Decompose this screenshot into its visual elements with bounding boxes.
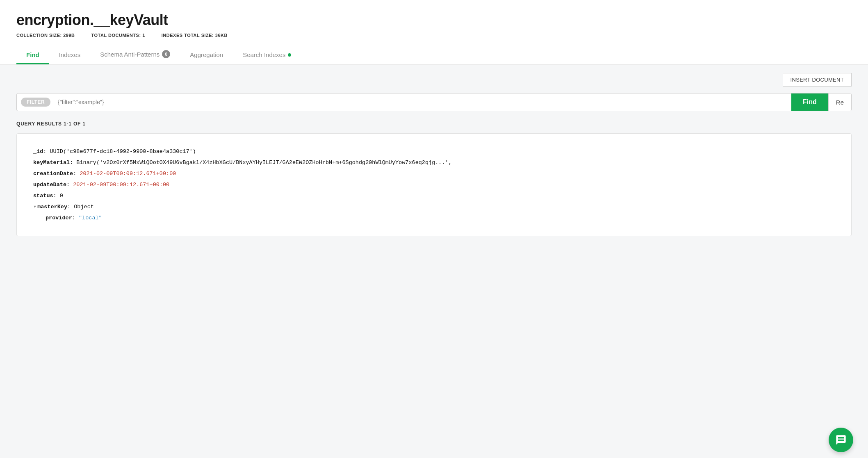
field-update-date: updateDate: 2021-02-09T00:09:12.671+00:0…: [33, 179, 835, 190]
query-results-text: QUERY RESULTS: [16, 121, 62, 127]
field-provider: provider: "local": [46, 212, 835, 223]
indexes-size-value: 36KB: [215, 33, 228, 38]
collection-size-label: COLLECTION SIZE:: [16, 33, 62, 38]
tab-search-indexes-label: Search Indexes: [243, 51, 285, 58]
search-indexes-dot: [288, 53, 291, 57]
toolbar-row: INSERT DOCUMENT: [16, 73, 852, 87]
field-provider-value: "local": [79, 215, 102, 221]
field-id-value: UUID('c98e677f-dc18-4992-9900-8bae4a330c…: [50, 148, 196, 155]
filter-badge: FILTER: [21, 98, 50, 107]
content-section: INSERT DOCUMENT FILTER Find Re QUERY RES…: [0, 65, 868, 458]
total-docs-value: 1: [142, 33, 145, 38]
field-status-value: 0: [60, 193, 63, 199]
field-status-key: status: [33, 193, 53, 199]
field-provider-key: provider: [46, 215, 72, 221]
field-key-material-key: keyMaterial: [33, 159, 70, 166]
field-master-key-label: Object: [74, 204, 94, 210]
indexes-size-meta: INDEXES TOTAL SIZE: 36KB: [162, 33, 228, 38]
total-docs-label: TOTAL DOCUMENTS:: [91, 33, 141, 38]
tab-aggregation[interactable]: Aggregation: [180, 46, 233, 64]
reset-button[interactable]: Re: [828, 93, 851, 111]
schema-badge: 0: [162, 50, 170, 58]
chat-button[interactable]: [829, 428, 853, 452]
tab-schema-label: Schema Anti-Patterns: [100, 51, 159, 58]
insert-document-button[interactable]: INSERT DOCUMENT: [783, 73, 852, 87]
indexes-size-label: INDEXES TOTAL SIZE:: [162, 33, 214, 38]
find-button[interactable]: Find: [791, 93, 828, 111]
total-docs-meta: TOTAL DOCUMENTS: 1: [91, 33, 145, 38]
field-id-key: _id: [33, 148, 43, 155]
chat-icon: [835, 434, 847, 446]
field-master-key: ▾masterKey: Object: [33, 201, 835, 212]
field-creation-date-value: 2021-02-09T00:09:12.671+00:00: [80, 171, 176, 177]
collection-title: encryption.__keyVault: [16, 11, 852, 29]
filter-row: FILTER Find Re: [16, 93, 852, 111]
tab-search-indexes[interactable]: Search Indexes: [233, 46, 301, 64]
filter-input[interactable]: [55, 95, 791, 109]
tab-find[interactable]: Find: [16, 46, 49, 64]
tab-indexes[interactable]: Indexes: [49, 46, 91, 64]
page-container: encryption.__keyVault COLLECTION SIZE: 2…: [0, 0, 868, 467]
tabs-row: Find Indexes Schema Anti-Patterns 0 Aggr…: [16, 45, 852, 64]
field-status: status: 0: [33, 190, 835, 201]
field-creation-date: creationDate: 2021-02-09T00:09:12.671+00…: [33, 168, 835, 179]
field-key-material: keyMaterial: Binary('v2Oz0rXf5MxW1QOotOX…: [33, 157, 835, 168]
field-id-colon: :: [43, 148, 50, 155]
tab-aggregation-label: Aggregation: [190, 51, 223, 58]
field-creation-date-key: creationDate: [33, 171, 73, 177]
query-results-label: QUERY RESULTS 1-1 OF 1: [16, 121, 852, 127]
collection-size-value: 299B: [63, 33, 75, 38]
tab-find-label: Find: [26, 51, 39, 58]
collection-meta: COLLECTION SIZE: 299B TOTAL DOCUMENTS: 1…: [16, 33, 852, 38]
collection-size-meta: COLLECTION SIZE: 299B: [16, 33, 75, 38]
field-update-date-value: 2021-02-09T00:09:12.671+00:00: [73, 182, 169, 188]
document-card: _id: UUID('c98e677f-dc18-4992-9900-8bae4…: [16, 133, 852, 236]
field-id: _id: UUID('c98e677f-dc18-4992-9900-8bae4…: [33, 146, 835, 157]
tab-indexes-label: Indexes: [59, 51, 81, 58]
field-master-key-key: masterKey: [37, 204, 67, 210]
field-update-date-key: updateDate: [33, 182, 66, 188]
field-key-material-value: Binary('v2Oz0rXf5MxW1QOotOX49U6vBgakl/X4…: [76, 159, 451, 166]
master-key-toggle[interactable]: ▾: [33, 204, 36, 210]
header-section: encryption.__keyVault COLLECTION SIZE: 2…: [0, 0, 868, 65]
query-results-range: 1-1 OF 1: [64, 121, 86, 127]
tab-schema-anti-patterns[interactable]: Schema Anti-Patterns 0: [90, 45, 180, 64]
